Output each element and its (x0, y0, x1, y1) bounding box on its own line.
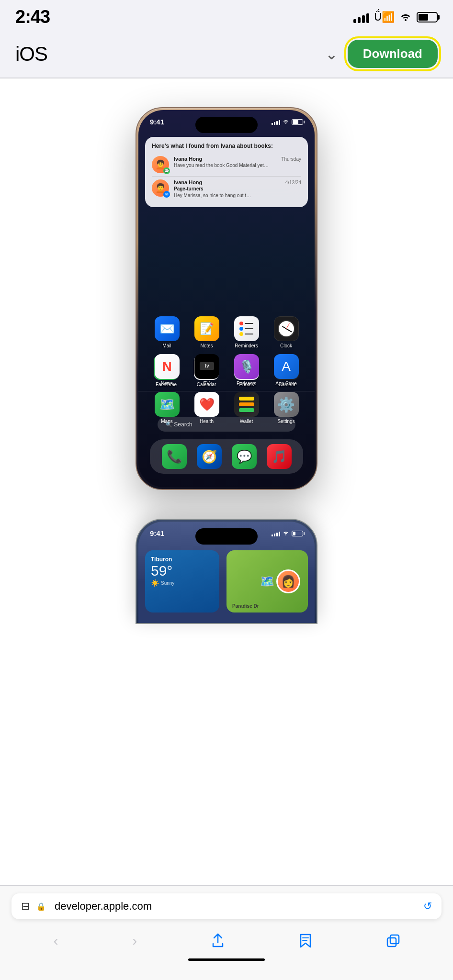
notif-text-1: Have you read the book Good Material yet… (174, 162, 270, 168)
dynamic-island (195, 117, 258, 133)
notification-card[interactable]: Here's what I found from Ivana about boo… (145, 137, 308, 207)
app-mail[interactable]: ✉️ Mail (150, 316, 184, 348)
lock-icon: 🔒 (36, 902, 46, 911)
signal-icon (353, 11, 369, 23)
notif-content-1: Ivana Hong Thursday Have you read the bo… (174, 156, 301, 168)
svg-rect-4 (387, 938, 396, 947)
app-news[interactable]: N News (150, 354, 184, 386)
status-icons: Ǘ📶 (353, 11, 438, 23)
wifi-icon (399, 12, 412, 22)
phone-signal-icon (272, 119, 280, 125)
app-clock[interactable]: Clock (269, 316, 304, 348)
app-notes-label: Notes (200, 343, 213, 348)
chevron-down-icon[interactable]: ⌄ (325, 45, 338, 63)
header-title: iOS (15, 43, 47, 66)
download-button[interactable]: Download (348, 40, 438, 68)
phone-wifi-icon-2 (283, 531, 289, 536)
bookmarks-button[interactable] (295, 930, 316, 952)
back-button[interactable]: ‹ (49, 929, 62, 953)
phone-status-icons-2 (272, 531, 303, 536)
share-button[interactable] (207, 929, 228, 952)
notification-title: Here's what I found from Ivana about boo… (152, 143, 301, 149)
notif-text-2: Hey Marissa, so nice to hang out t… (174, 192, 270, 199)
wifi-icon: Ǘ📶 (374, 11, 395, 23)
url-bar[interactable]: ⊟ 🔒 developer.apple.com ↺ (11, 893, 442, 919)
battery-icon (417, 12, 438, 22)
phone-wifi-icon (283, 119, 289, 124)
phone-battery-icon-2 (292, 531, 303, 536)
notification-item-1: 🧑‍🦱 💬 Ivana Hong Thursday Have you read … (152, 153, 301, 176)
phone-search-text: 🔍 Search (165, 421, 192, 428)
app-reminders-label: Reminders (235, 343, 258, 348)
badge-mail: ✉ (163, 191, 170, 198)
app-news-label: News (161, 381, 173, 386)
header-bar: iOS ⌄ Download (0, 32, 453, 78)
notification-item-2: 🧑‍🦱 ✉ Ivana Hong 4/12/24 Page-turners He… (152, 176, 301, 201)
map-label: Paradise Dr (232, 603, 259, 609)
notif-date-1: Thursday (281, 156, 301, 162)
main-content: 9:41 (0, 78, 453, 653)
app-row-2: N News tv (147, 354, 306, 386)
phone-battery-icon (292, 119, 303, 125)
phone-mockup-1: 9:41 (136, 107, 317, 490)
dock-phone[interactable]: 📞 (157, 444, 192, 469)
app-tv-label: TV (204, 381, 210, 386)
weather-temp: 59° (151, 563, 214, 579)
svg-text:tv: tv (204, 363, 209, 368)
browser-nav: ‹ › (11, 929, 442, 953)
phone-mockup-2: 9:41 (136, 519, 317, 624)
dock-music[interactable]: 🎵 (262, 444, 296, 469)
url-text: developer.apple.com (55, 900, 417, 913)
badge-messages: 💬 (163, 167, 170, 174)
phone-search-bar[interactable]: 🔍 Search (158, 417, 295, 432)
app-reminders[interactable]: Reminders (229, 316, 264, 348)
avatar-2: 🧑‍🦱 ✉ (152, 179, 169, 197)
header-right: ⌄ Download (325, 40, 438, 68)
notif-name-2: Ivana Hong (174, 179, 202, 185)
phone-time: 9:41 (150, 118, 164, 126)
phone-screen-1: 9:41 (138, 110, 315, 487)
phone-time-2: 9:41 (150, 529, 164, 537)
phone-status-icons (272, 119, 303, 125)
browser-bar: ⊟ 🔒 developer.apple.com ↺ ‹ › (0, 885, 453, 980)
app-clock-label: Clock (280, 343, 292, 348)
phone-signal-icon-2 (272, 531, 280, 536)
weather-widget: Tiburon 59° ☀️ Sunny (145, 550, 219, 612)
weather-city: Tiburon (151, 556, 214, 563)
phone-screen-2: 9:41 (138, 522, 315, 623)
reload-icon[interactable]: ↺ (423, 900, 432, 913)
dock-messages[interactable]: 💬 (227, 444, 261, 469)
app-tv[interactable]: tv TV (190, 354, 224, 386)
dynamic-island-2 (195, 528, 258, 545)
reader-mode-icon[interactable]: ⊟ (21, 900, 30, 913)
notif-content-2: Ivana Hong 4/12/24 Page-turners Hey Mari… (174, 179, 301, 199)
home-indicator (188, 958, 265, 961)
phone-dock: 📞 🧭 💬 🎵 (150, 439, 303, 474)
app-notes[interactable]: 📝 Notes (190, 316, 224, 348)
user-avatar-overlay: 👩 (276, 569, 300, 593)
app-appstore[interactable]: A App Store (269, 354, 304, 386)
app-appstore-label: App Store (275, 381, 296, 386)
notif-subject-2: Page-turners (174, 186, 270, 192)
svg-rect-3 (390, 935, 399, 944)
app-podcasts[interactable]: 🎙️ Podcasts (229, 354, 264, 386)
dock-safari[interactable]: 🧭 (192, 444, 226, 469)
status-time: 2:43 (15, 7, 50, 27)
avatar-1: 🧑‍🦱 💬 (152, 156, 169, 173)
app-row-1: ✉️ Mail 📝 Notes (147, 316, 306, 348)
weather-icon: ☀️ (151, 579, 159, 587)
app-podcasts-label: Podcasts (237, 381, 256, 386)
app-grid: ✉️ Mail 📝 Notes (138, 316, 315, 430)
app-mail-label: Mail (162, 343, 171, 348)
status-bar: 2:43 Ǘ📶 (0, 0, 453, 32)
notif-name-1: Ivana Hong (174, 156, 202, 162)
forward-button[interactable]: › (128, 929, 141, 953)
tabs-button[interactable] (383, 930, 404, 951)
weather-condition: Sunny (161, 580, 174, 586)
notif-date-2: 4/12/24 (285, 180, 301, 185)
page-content: 9:41 (0, 78, 453, 892)
